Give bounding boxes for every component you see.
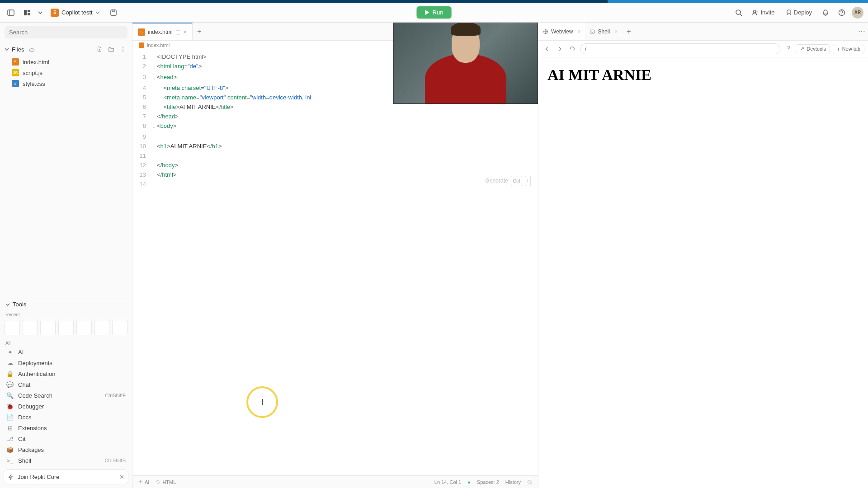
tool-item-code-search[interactable]: 🔍Code SearchCtrlShiftF — [0, 390, 132, 401]
code-line[interactable]: 11 — [132, 151, 538, 160]
join-core-banner[interactable]: Join Replit Core ✕ — [4, 469, 128, 484]
devtools-button[interactable]: Devtools — [796, 44, 830, 53]
code-line[interactable]: 14 — [132, 179, 538, 189]
save-icon[interactable] — [107, 6, 120, 19]
tool-item-deployments[interactable]: ☁Deployments — [0, 357, 132, 368]
file-item[interactable]: 5index.html — [0, 56, 132, 67]
modified-dot-icon: ⬚ — [175, 29, 180, 35]
tool-item-ai[interactable]: ✦AI — [0, 347, 132, 357]
code-line[interactable]: 12</body> — [132, 160, 538, 170]
status-spaces[interactable]: Spaces: 2 — [477, 479, 499, 485]
fold-marker[interactable] — [152, 151, 157, 160]
reload-icon[interactable] — [567, 44, 577, 54]
more-icon[interactable] — [118, 45, 127, 54]
code-line[interactable]: 7</head> — [132, 112, 538, 121]
fold-marker[interactable] — [152, 112, 157, 121]
code-line[interactable]: 9 — [132, 132, 538, 141]
line-content: </head> — [157, 112, 179, 121]
code-line[interactable]: 10<h1>AI MIT ARNIE</h1> — [132, 141, 538, 151]
recent-item[interactable] — [58, 320, 74, 335]
url-input[interactable] — [580, 43, 780, 54]
chevron-down-icon[interactable] — [37, 6, 43, 19]
fold-marker[interactable] — [152, 132, 157, 141]
line-number: 10 — [132, 141, 152, 151]
search-input[interactable] — [5, 26, 127, 38]
status-position[interactable]: Ln 14, Col 1 — [434, 479, 461, 485]
code-editor[interactable]: Generate Ctrl I 1<!DOCTYPE html>2⌄<html … — [132, 50, 538, 475]
avatar[interactable]: AR — [852, 7, 863, 19]
tool-item-debugger[interactable]: 🐞Debugger — [0, 401, 132, 412]
tab-shell[interactable]: Shell× — [585, 23, 622, 40]
new-tab-button[interactable]: + — [622, 28, 635, 36]
recent-item[interactable] — [94, 320, 110, 335]
fold-marker[interactable]: ⌄ — [152, 72, 157, 83]
open-external-icon[interactable] — [783, 44, 793, 54]
tool-item-chat[interactable]: 💬Chat — [0, 379, 132, 390]
refresh-icon — [156, 479, 160, 484]
forward-icon[interactable] — [555, 44, 565, 54]
tool-item-extensions[interactable]: ⊞Extensions — [0, 422, 132, 433]
tab-index-html[interactable]: 5 index.html ⬚ × — [132, 23, 193, 40]
rocket-icon — [786, 9, 792, 16]
status-lang[interactable]: HTML — [156, 479, 176, 485]
fold-marker[interactable] — [152, 179, 157, 189]
files-header[interactable]: Files — [0, 42, 132, 56]
file-item[interactable]: JSscript.js — [0, 67, 132, 78]
fold-marker[interactable] — [152, 102, 157, 112]
status-history[interactable]: History — [505, 479, 521, 485]
fold-marker[interactable] — [152, 160, 157, 170]
tool-icon: 💬 — [6, 381, 14, 388]
close-icon[interactable]: × — [183, 28, 187, 36]
fold-marker[interactable]: ⌄ — [152, 61, 157, 72]
close-icon[interactable]: × — [577, 28, 580, 35]
project-selector[interactable]: 5 Copilot testt — [47, 7, 104, 19]
new-tab-button[interactable]: +New tab — [833, 44, 864, 54]
file-item[interactable]: #style.css — [0, 78, 132, 89]
tool-item-git[interactable]: ⎇Git — [0, 433, 132, 444]
code-line[interactable]: 8⌄<body> — [132, 121, 538, 132]
help-icon[interactable] — [835, 6, 848, 19]
search-icon[interactable] — [732, 6, 745, 19]
fold-marker[interactable] — [152, 52, 157, 61]
tab-overflow-icon[interactable]: ⋯ — [855, 27, 868, 36]
code-line[interactable]: 13</html> — [132, 170, 538, 179]
invite-button[interactable]: Invite — [749, 7, 778, 18]
cloud-sync-icon[interactable] — [27, 45, 36, 54]
close-icon[interactable]: ✕ — [119, 474, 124, 480]
run-button[interactable]: Run — [417, 6, 452, 19]
new-tab-button[interactable]: + — [193, 28, 206, 36]
fold-marker[interactable] — [152, 83, 157, 93]
fold-marker[interactable] — [152, 170, 157, 179]
recent-item[interactable] — [5, 320, 20, 335]
status-ai[interactable]: AI — [138, 479, 149, 485]
back-icon[interactable] — [542, 44, 552, 54]
tool-item-docs[interactable]: 📄Docs — [0, 412, 132, 422]
new-folder-icon[interactable] — [107, 45, 116, 54]
layout-icon[interactable] — [21, 6, 33, 19]
shortcut: CtrlShiftS — [105, 458, 126, 463]
fold-marker[interactable]: ⌄ — [152, 121, 157, 132]
bell-icon[interactable] — [819, 6, 832, 19]
toggle-sidebar-icon[interactable] — [5, 6, 17, 19]
recent-item[interactable] — [112, 320, 127, 335]
preview-tabs: Webview× Shell× + ⋯ — [538, 23, 868, 41]
close-icon[interactable]: × — [614, 28, 618, 35]
history-icon[interactable] — [527, 479, 533, 485]
recent-item[interactable] — [76, 320, 92, 335]
recent-item[interactable] — [40, 320, 56, 335]
tools-header[interactable]: Tools — [0, 297, 132, 311]
svg-point-9 — [754, 10, 756, 12]
fold-marker[interactable] — [152, 141, 157, 151]
fold-marker[interactable] — [152, 93, 157, 102]
deploy-button[interactable]: Deploy — [782, 7, 816, 18]
tab-webview[interactable]: Webview× — [538, 23, 585, 40]
tool-item-authentication[interactable]: 🔒Authentication — [0, 368, 132, 379]
svg-point-13 — [123, 51, 123, 52]
generate-hint[interactable]: Generate Ctrl I — [486, 176, 531, 186]
new-file-icon[interactable] — [95, 45, 104, 54]
tool-item-packages[interactable]: 📦Packages — [0, 444, 132, 455]
svg-rect-4 — [28, 13, 30, 15]
tool-item-shell[interactable]: >_ShellCtrlShiftS — [0, 455, 132, 466]
file-name: style.css — [23, 80, 45, 87]
recent-item[interactable] — [23, 320, 38, 335]
